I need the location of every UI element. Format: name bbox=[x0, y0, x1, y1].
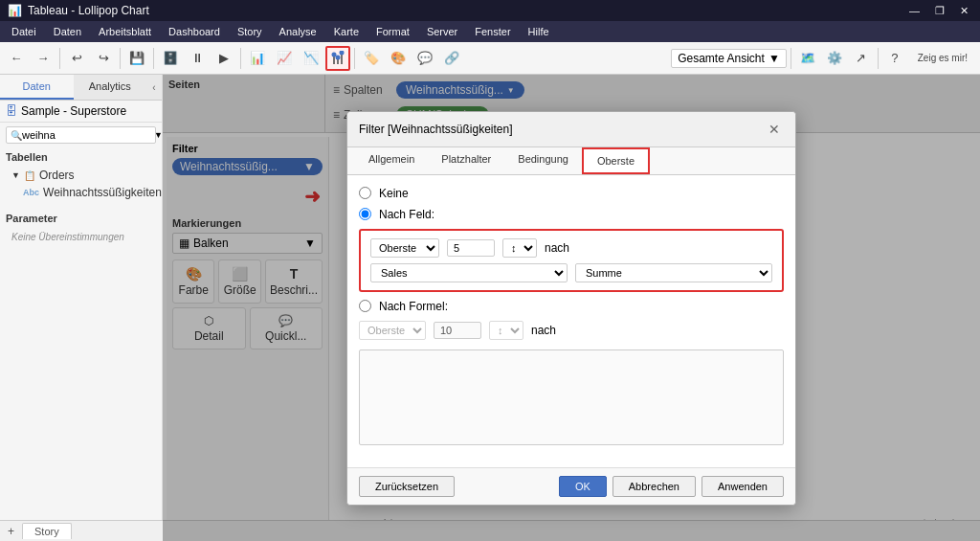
dialog-title: Filter [Weihnachtssüßigkeiten] bbox=[359, 123, 513, 136]
pause-btn[interactable]: ⏸ bbox=[185, 46, 210, 71]
menu-server[interactable]: Server bbox=[419, 24, 465, 39]
nach-feld-section: Oberste Unterste ↕ nach Sales bbox=[359, 229, 784, 292]
toolbar: ← → ↩ ↪ 💾 🗄️ ⏸ ▶ 📊 📈 📉 🏷️ 🎨 💬 🔗 Gesamte … bbox=[0, 42, 980, 75]
toolbar-sep-1 bbox=[59, 48, 60, 69]
search-input[interactable] bbox=[22, 129, 154, 141]
undo-btn[interactable]: ↩ bbox=[64, 46, 89, 71]
show-me-btn[interactable]: Zeig es mir! bbox=[909, 46, 976, 71]
keine-radio[interactable] bbox=[359, 187, 371, 199]
tables-section-header: Tabellen bbox=[0, 147, 162, 167]
formula-count-select[interactable]: ↕ bbox=[489, 321, 523, 340]
field-type-icon: Abc bbox=[23, 188, 39, 197]
chart3-btn[interactable]: 📉 bbox=[299, 46, 323, 71]
tooltip-btn[interactable]: 💬 bbox=[412, 46, 437, 71]
back-btn[interactable]: ← bbox=[4, 46, 29, 71]
menu-karte[interactable]: Karte bbox=[326, 24, 367, 39]
filter-btn[interactable]: ⚙️ bbox=[822, 46, 847, 71]
save-btn[interactable]: 💾 bbox=[124, 46, 149, 71]
map-btn[interactable]: 🗺️ bbox=[795, 46, 820, 71]
dialog-body: Keine Nach Feld: Oberste Unterste bbox=[347, 175, 795, 467]
title-bar-left: 📊 Tableau - Lollipop Chart bbox=[8, 4, 149, 17]
cancel-btn[interactable]: Abbrechen bbox=[612, 476, 696, 497]
tab-daten[interactable]: Daten bbox=[0, 75, 74, 100]
orders-table-item[interactable]: ▼ 📋 Orders bbox=[0, 167, 162, 184]
formula-textarea[interactable] bbox=[359, 349, 784, 445]
nach-formel-label: Nach Formel: bbox=[379, 300, 448, 313]
nach-feld-radio[interactable] bbox=[359, 208, 371, 220]
data-source-name: Sample - Superstore bbox=[21, 104, 126, 118]
toolbar-sep-2 bbox=[120, 48, 121, 69]
params-section-header: Parameter bbox=[0, 209, 162, 228]
top-bottom-select[interactable]: Oberste Unterste bbox=[370, 238, 439, 258]
help-btn[interactable]: ? bbox=[882, 46, 907, 71]
filter-icon: ▼ bbox=[154, 130, 163, 140]
menu-daten[interactable]: Daten bbox=[46, 24, 89, 39]
toolbar-sep-6 bbox=[791, 48, 791, 69]
run-btn[interactable]: ▶ bbox=[212, 46, 236, 71]
menu-datei[interactable]: Datei bbox=[4, 24, 44, 39]
svg-point-1 bbox=[332, 52, 337, 56]
close-btn[interactable]: ✕ bbox=[956, 5, 972, 17]
menu-fenster[interactable]: Fenster bbox=[467, 24, 518, 39]
menu-hilfe[interactable]: Hilfe bbox=[521, 24, 557, 39]
close-panel-arrow[interactable]: ‹ bbox=[146, 75, 162, 100]
ok-btn[interactable]: OK bbox=[559, 476, 607, 497]
keine-label: Keine bbox=[379, 187, 409, 200]
left-tabs: Daten Analytics ‹ bbox=[0, 75, 162, 101]
lollipop-btn[interactable] bbox=[325, 46, 350, 71]
formula-section: Oberste ↕ nach bbox=[359, 321, 784, 448]
chart1-btn[interactable]: 📊 bbox=[245, 46, 270, 71]
formula-top-row: Oberste ↕ nach bbox=[359, 321, 784, 340]
main-layout: Daten Analytics ‹ 🗄 Sample - Superstore … bbox=[0, 75, 980, 541]
tab-analytics[interactable]: Analytics bbox=[74, 75, 147, 100]
formula-top-select[interactable]: Oberste bbox=[359, 321, 426, 340]
title-bar-controls[interactable]: — ❐ ✕ bbox=[905, 5, 972, 17]
search-bar: 🔍 ▼ ⋯ bbox=[6, 126, 156, 144]
minimize-btn[interactable]: — bbox=[905, 5, 924, 17]
story-sheet-tab[interactable]: Story bbox=[22, 523, 72, 539]
tab-oberste[interactable]: Oberste bbox=[582, 147, 650, 174]
dialog-close-btn[interactable]: ✕ bbox=[765, 120, 784, 139]
menu-dashboard[interactable]: Dashboard bbox=[161, 24, 228, 39]
redo-btn[interactable]: ↪ bbox=[91, 46, 116, 71]
toolbar-sep-3 bbox=[153, 48, 154, 69]
menu-arbeitsblatt[interactable]: Arbeitsblatt bbox=[91, 24, 159, 39]
dialog-tabs: Allgemein Platzhalter Bedingung Oberste bbox=[347, 147, 795, 175]
menu-story[interactable]: Story bbox=[230, 24, 270, 39]
formula-count-input[interactable] bbox=[434, 322, 481, 339]
menu-analyse[interactable]: Analyse bbox=[272, 24, 324, 39]
forward-btn[interactable]: → bbox=[31, 46, 56, 71]
new-sheet-icon[interactable]: + bbox=[8, 525, 14, 538]
aggregate-select[interactable]: Summe Durchschnitt Min Max bbox=[575, 263, 772, 282]
tab-platzhalter[interactable]: Platzhalter bbox=[428, 147, 504, 174]
count-input[interactable] bbox=[447, 239, 495, 257]
chevron-down-icon: ▼ bbox=[11, 170, 20, 180]
database-icon: 🗄 bbox=[6, 104, 17, 118]
add-datasource-btn[interactable]: 🗄️ bbox=[158, 46, 183, 71]
menu-format[interactable]: Format bbox=[368, 24, 417, 39]
share-btn[interactable]: 🔗 bbox=[439, 46, 464, 71]
search-icon: 🔍 bbox=[11, 130, 22, 141]
sales-row: Sales Summe Durchschnitt Min Max bbox=[370, 263, 772, 282]
tab-bedingung[interactable]: Bedingung bbox=[504, 147, 582, 174]
svg-point-5 bbox=[340, 51, 345, 56]
nach-formel-radio[interactable] bbox=[359, 300, 371, 312]
field-item[interactable]: Abc Weihnachtssüßigkeiten bbox=[0, 184, 162, 201]
data-source-row: 🗄 Sample - Superstore bbox=[0, 101, 162, 123]
apply-btn[interactable]: Anwenden bbox=[702, 476, 784, 497]
share2-btn[interactable]: ↗ bbox=[849, 46, 874, 71]
format-btn[interactable]: 🎨 bbox=[386, 46, 411, 71]
nach-label: nach bbox=[545, 241, 569, 255]
field-select[interactable]: Sales bbox=[370, 263, 568, 282]
reset-btn[interactable]: Zurücksetzen bbox=[359, 476, 455, 497]
canvas-area: Seiten ≡ Spalten Weihnachtssüßig... ▼ bbox=[163, 75, 980, 541]
dialog-header: Filter [Weihnachtssüßigkeiten] ✕ bbox=[347, 112, 795, 147]
maximize-btn[interactable]: ❐ bbox=[931, 5, 948, 17]
view-dropdown[interactable]: Gesamte Ansicht ▼ bbox=[671, 49, 787, 68]
count-aggregate-select[interactable]: ↕ bbox=[502, 238, 537, 258]
orders-label: Orders bbox=[39, 169, 75, 182]
chart2-btn[interactable]: 📈 bbox=[272, 46, 297, 71]
tab-allgemein[interactable]: Allgemein bbox=[355, 147, 428, 174]
footer-btns: OK Abbrechen Anwenden bbox=[559, 476, 784, 497]
label-btn[interactable]: 🏷️ bbox=[359, 46, 384, 71]
